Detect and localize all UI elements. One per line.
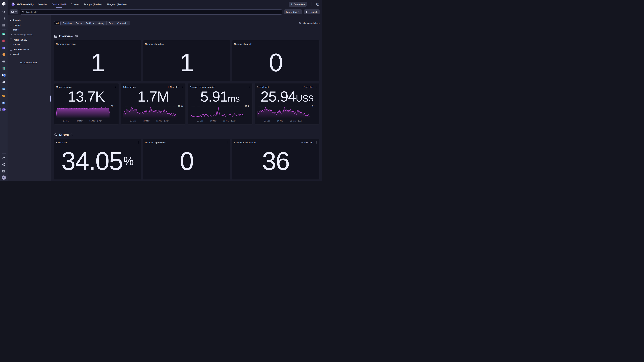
filter-placeholder: Type to filter xyxy=(26,11,38,13)
stack-orange-app-icon xyxy=(2,94,6,97)
sparkline-chart xyxy=(123,106,176,119)
errors-section-header: Errors xyxy=(54,133,320,137)
filter-section-header-service[interactable]: Service xyxy=(10,42,48,47)
filter-section-header-provider[interactable]: Provider xyxy=(10,18,48,22)
x-axis-label: 29 Mar xyxy=(277,120,283,122)
card-menu-button[interactable] xyxy=(315,85,317,89)
info-icon[interactable] xyxy=(75,35,78,37)
nav-tabs: OverviewService HealthExplorerPrompts (P… xyxy=(38,0,126,8)
sidebar-item-ai-assistant[interactable] xyxy=(0,15,8,22)
card-menu-button[interactable] xyxy=(226,42,228,46)
help-button[interactable]: ? xyxy=(316,2,320,6)
stat-value: 13.7K xyxy=(56,89,116,106)
chevron-down-icon xyxy=(10,29,12,30)
filter-option-openai[interactable]: openai xyxy=(10,22,48,28)
nav-tab-explorer[interactable]: Explorer xyxy=(71,0,79,8)
filter-toolbar: Type to filter Last 7 days Refresh xyxy=(8,8,322,15)
sidebar-item-incident[interactable] xyxy=(0,51,8,58)
category-tab-errors[interactable]: Errors xyxy=(74,21,84,25)
sparkline-chart xyxy=(257,106,310,119)
nav-tab-ai-agents-preview[interactable]: AI Agents (Preview) xyxy=(107,0,126,8)
card-menu-button[interactable] xyxy=(226,141,228,144)
sidebar-item-search[interactable] xyxy=(0,8,8,15)
sidebar-item-frontend[interactable] xyxy=(0,99,8,106)
sidebar-item-infrastructure[interactable] xyxy=(0,65,8,72)
filter-input[interactable]: Type to filter xyxy=(20,9,282,14)
stat-value: 25.94US$ xyxy=(257,89,317,106)
filter-section-header-agent[interactable]: Agent xyxy=(10,52,48,56)
filter-section-header-model[interactable]: Model xyxy=(10,28,48,32)
card-menu-button[interactable] xyxy=(315,141,317,144)
expand-sidebar-button[interactable] xyxy=(0,154,8,161)
user-avatar[interactable]: L xyxy=(2,175,6,180)
info-icon[interactable] xyxy=(70,133,73,136)
sidebar-item-kubernetes[interactable]: NEW xyxy=(0,72,8,79)
ai-observability-app-icon xyxy=(2,108,6,111)
nav-tab-prompts-preview[interactable]: Prompts (Preview) xyxy=(84,0,102,8)
x-axis-label: 27 Mar xyxy=(63,120,69,122)
category-tab-guardrails[interactable]: Guardrails xyxy=(115,21,130,25)
chevron-down-icon xyxy=(298,11,300,12)
stat-value: 1 xyxy=(56,46,139,79)
category-tab-overview[interactable]: Overview xyxy=(60,21,74,25)
x-axis-label: 31 Mar xyxy=(90,120,96,122)
time-range-picker[interactable]: Last 7 days xyxy=(284,9,302,14)
sidebar-item-app-platform[interactable] xyxy=(0,44,8,51)
card-menu-button[interactable] xyxy=(114,85,116,89)
app-brand[interactable]: AI Observability xyxy=(11,2,34,6)
add-connection-button[interactable]: + Connection xyxy=(289,2,307,7)
stat-value: 1.7M xyxy=(123,89,184,106)
card-title: Invocation error count xyxy=(234,141,299,144)
filter-option-ai-travel-advisor[interactable]: ai-travel-advisor xyxy=(10,47,48,52)
nav-tab-overview[interactable]: Overview xyxy=(38,0,48,8)
category-tab-traffic-and-latency[interactable]: Traffic and Latency xyxy=(84,21,106,25)
sidebar-item-logs-stack[interactable] xyxy=(0,85,8,92)
card-menu-button[interactable] xyxy=(315,42,317,46)
refresh-button[interactable]: Refresh xyxy=(304,9,320,14)
card-menu-button[interactable] xyxy=(137,141,139,144)
card-menu-button[interactable] xyxy=(137,42,139,46)
sidebar-item-apps[interactable] xyxy=(0,22,8,29)
help-circle-icon: ? xyxy=(316,3,319,6)
chevron-down-icon xyxy=(15,11,17,12)
alerting-app-icon xyxy=(2,39,6,42)
sidebar-item-alerting[interactable] xyxy=(0,37,8,44)
sidebar-item-synthetics[interactable] xyxy=(0,58,8,65)
card-menu-button[interactable] xyxy=(181,85,184,89)
chevron-down-icon xyxy=(10,54,12,55)
cluster-cubes-app-icon xyxy=(2,67,6,70)
usage-insights-button[interactable] xyxy=(0,168,8,174)
category-tabs: AllOverviewErrorsTraffic and LatencyCost… xyxy=(54,21,130,25)
card-overall-cost: Overall cost+New alert25.94US$0.227 Mar2… xyxy=(254,83,320,124)
category-tab-cost[interactable]: Cost xyxy=(106,21,115,25)
suggestions-search-input[interactable]: Search suggestions xyxy=(10,32,48,37)
new-alert-button[interactable]: +New alert xyxy=(301,86,313,88)
stat-unit: ms xyxy=(228,94,240,103)
x-axis-label: 29 Mar xyxy=(144,120,150,122)
new-alert-button[interactable]: +New alert xyxy=(168,86,179,88)
card-menu-button[interactable] xyxy=(248,85,250,89)
sidebar-item-cloud-provider[interactable] xyxy=(0,79,8,85)
checkbox[interactable] xyxy=(10,48,12,51)
datasource-picker-button[interactable] xyxy=(10,9,18,14)
apps-grid-icon xyxy=(2,24,5,27)
sidebar-item-traces-stack[interactable] xyxy=(0,92,8,99)
sidebar-item-dashboards[interactable] xyxy=(0,30,8,37)
sparkline-chart xyxy=(56,106,110,119)
refresh-label: Refresh xyxy=(310,11,318,13)
sidebar-item-ai-observability[interactable] xyxy=(0,106,8,113)
new-alert-button[interactable]: +New alert xyxy=(301,141,313,144)
filter-option-meta-llama32[interactable]: meta-llama32 xyxy=(10,37,48,42)
panel-resize-handle[interactable] xyxy=(50,95,51,102)
support-button[interactable] xyxy=(0,161,8,168)
diamond-alert-icon xyxy=(54,133,58,136)
category-tab-all[interactable]: All xyxy=(54,21,60,25)
sparkline-area: 12.427 Mar29 Mar31 Mar1 Apr xyxy=(190,106,250,123)
manage-all-alerts-button[interactable]: Manage all alerts xyxy=(298,22,320,25)
checkbox[interactable] xyxy=(10,38,12,41)
grafana-logo-icon[interactable] xyxy=(2,2,6,6)
sparkles-icon xyxy=(2,17,6,20)
checkbox[interactable] xyxy=(10,24,12,26)
nav-tab-service-health[interactable]: Service Health xyxy=(52,0,66,8)
max-value-label: 0.2 xyxy=(310,105,317,107)
